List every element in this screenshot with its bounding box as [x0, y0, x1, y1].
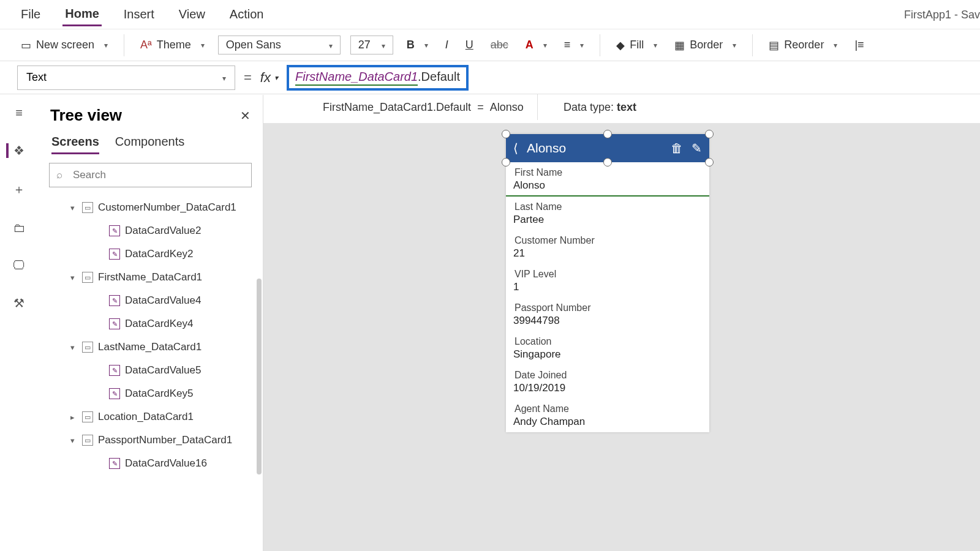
align-tool-button[interactable]: |≡	[851, 39, 867, 51]
formula-datatype: Data type: text	[550, 94, 650, 120]
tab-components[interactable]: Components	[115, 135, 184, 154]
tree-item[interactable]: ▾▭CustomerNumber_DataCard1	[44, 196, 260, 219]
font-select[interactable]: Open Sans	[218, 36, 341, 54]
expand-icon[interactable]: ▸	[67, 413, 77, 422]
tree-view-panel: Tree view ✕ Screens Components ⌕ ▾▭Custo…	[38, 95, 263, 551]
formula-result: FirstName_DataCard1.Default = Alonso	[309, 94, 538, 120]
tree-view-rail-button[interactable]: ❖	[6, 143, 24, 158]
datacard-icon: ▭	[82, 202, 93, 213]
tree-item-label: PassportNumber_DataCard1	[98, 434, 232, 446]
canvas[interactable]: ⟨ Alonso 🗑 ✎ First NameAlonsoLast NamePa…	[263, 123, 980, 551]
edit-icon[interactable]: ✎	[692, 141, 702, 156]
expand-icon[interactable]: ▾	[67, 273, 77, 282]
field-value: Singapore	[506, 347, 709, 364]
tree-item[interactable]: ✎DataCardValue2	[44, 219, 260, 242]
formula-input[interactable]: FirstName_DataCard1.Default	[287, 65, 469, 91]
menu-home[interactable]: Home	[62, 3, 102, 26]
align-icon: ≡	[564, 39, 571, 51]
screen-icon: ▭	[21, 39, 31, 52]
tree-item[interactable]: ▸▭Location_DataCard1	[44, 405, 260, 429]
selection-handle[interactable]	[603, 130, 612, 138]
theme-button[interactable]: Aª Theme	[137, 39, 208, 51]
eval-eq: =	[477, 101, 484, 114]
tree-item[interactable]: ✎DataCardKey4	[44, 312, 260, 335]
tree-item-label: DataCardValue2	[125, 225, 201, 237]
formula-bar: Text = fx ▾ FirstName_DataCard1.Default	[0, 61, 980, 94]
border-button[interactable]: ▦ Border	[671, 39, 740, 52]
selection-handle[interactable]	[603, 158, 612, 167]
tree-item-label: DataCardKey5	[125, 388, 194, 400]
menu-insert[interactable]: Insert	[121, 4, 157, 25]
tree-item[interactable]: ▾▭PassportNumber_DataCard1	[44, 429, 260, 452]
insert-rail-button[interactable]: ＋	[13, 181, 25, 198]
tree-list: ▾▭CustomerNumber_DataCard1✎DataCardValue…	[38, 196, 263, 541]
data-rail-button[interactable]: 🗀	[13, 221, 25, 235]
form-field[interactable]: Date Joined10/19/2019	[506, 365, 709, 399]
edit-field-icon: ✎	[109, 225, 120, 236]
property-select[interactable]: Text	[17, 66, 235, 90]
tree-item[interactable]: ✎DataCardValue4	[44, 289, 260, 312]
fill-button[interactable]: ◆ Fill	[612, 39, 661, 52]
expand-icon[interactable]: ▾	[67, 203, 77, 212]
selection-handle[interactable]	[502, 130, 510, 138]
menu-file[interactable]: File	[18, 4, 43, 25]
tree-item[interactable]: ✎DataCardKey2	[44, 242, 260, 266]
delete-icon[interactable]: 🗑	[671, 141, 683, 156]
tab-screens[interactable]: Screens	[51, 135, 99, 154]
back-icon[interactable]: ⟨	[513, 141, 518, 156]
field-value: Andy Champan	[506, 414, 709, 432]
fx-button[interactable]: fx ▾	[260, 70, 278, 86]
form-field[interactable]: VIP Level1	[506, 264, 709, 298]
close-icon[interactable]: ✕	[240, 108, 251, 123]
selection-handle[interactable]	[705, 130, 714, 138]
separator	[600, 34, 600, 56]
strikethrough-button[interactable]: abc	[487, 39, 512, 51]
menu-action[interactable]: Action	[227, 4, 266, 25]
bold-button[interactable]: B	[403, 39, 432, 51]
tree-item[interactable]: ✎DataCardValue16	[44, 452, 260, 475]
media-rail-button[interactable]: 🖵	[13, 258, 25, 272]
form-title: Alonso	[527, 141, 662, 156]
reorder-button[interactable]: ▤ Reorder	[765, 39, 841, 52]
form-field[interactable]: Customer Number21	[506, 230, 709, 264]
strikethrough-icon: abc	[491, 39, 508, 51]
eval-rhs: Alonso	[490, 101, 524, 114]
advanced-rail-button[interactable]: ⚒	[13, 296, 24, 310]
form-field[interactable]: First NameAlonso	[506, 162, 709, 197]
align-button[interactable]: ≡	[560, 39, 588, 51]
field-label: Agent Name	[506, 399, 709, 414]
datacard-icon: ▭	[82, 435, 93, 446]
hamburger-icon[interactable]: ≡	[15, 106, 23, 120]
panel-tabs: Screens Components	[38, 129, 263, 154]
font-color-button[interactable]: A	[522, 39, 551, 51]
form-field[interactable]: LocationSingapore	[506, 331, 709, 365]
expand-icon[interactable]: ▾	[67, 343, 77, 352]
search-input[interactable]	[49, 163, 252, 187]
tree-item[interactable]: ✎DataCardKey5	[44, 382, 260, 405]
selection-handle[interactable]	[705, 158, 714, 167]
menu-bar: File Home Insert View Action FirstApp1 -…	[0, 0, 980, 29]
panel-title: Tree view	[50, 106, 122, 125]
form-field[interactable]: Passport Number39944798	[506, 298, 709, 331]
field-label: Customer Number	[506, 230, 709, 246]
chevron-down-icon	[324, 39, 333, 51]
form-header[interactable]: ⟨ Alonso 🗑 ✎	[506, 134, 709, 162]
font-size-select[interactable]: 27	[350, 36, 393, 54]
form-field[interactable]: Last NamePartee	[506, 197, 709, 230]
tree-item[interactable]: ▾▭LastName_DataCard1	[44, 335, 260, 359]
datacard-icon: ▭	[82, 411, 93, 422]
tree-item-label: CustomerNumber_DataCard1	[98, 201, 236, 214]
field-value: 10/19/2019	[506, 381, 709, 398]
tree-item[interactable]: ✎DataCardValue5	[44, 359, 260, 382]
field-label: Passport Number	[506, 298, 709, 313]
underline-button[interactable]: U	[462, 39, 477, 51]
expand-icon[interactable]: ▾	[67, 436, 77, 445]
scrollbar[interactable]	[257, 279, 262, 474]
tree-item[interactable]: ▾▭FirstName_DataCard1	[44, 266, 260, 289]
new-screen-button[interactable]: ▭ New screen	[17, 39, 111, 52]
menu-view[interactable]: View	[176, 4, 208, 25]
separator	[124, 34, 124, 56]
form-field[interactable]: Agent NameAndy Champan	[506, 399, 709, 432]
selection-handle[interactable]	[502, 158, 510, 167]
italic-button[interactable]: I	[442, 39, 452, 51]
